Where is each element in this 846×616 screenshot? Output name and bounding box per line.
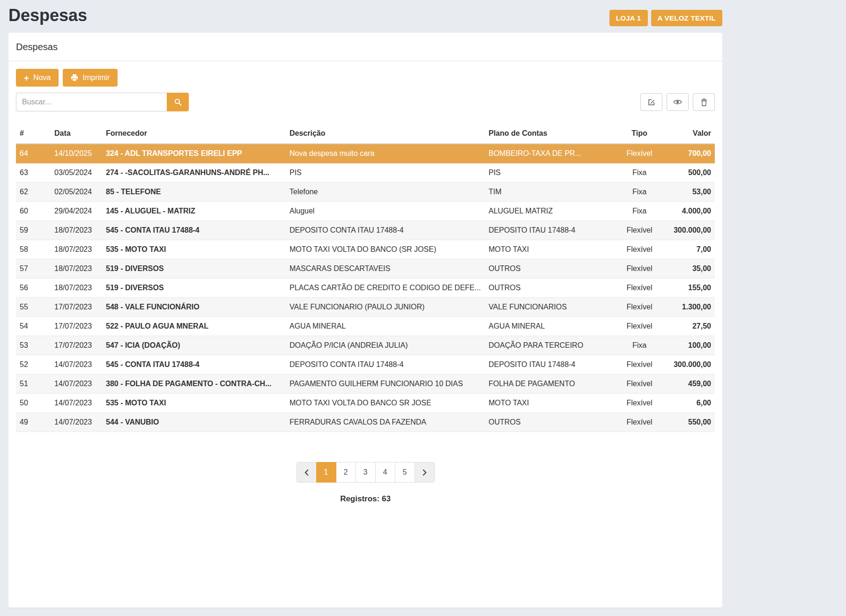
cell-fornecedor: 545 - CONTA ITAU 17488-4 xyxy=(102,221,286,240)
card-title: Despesas xyxy=(8,33,722,61)
cell-plano: OUTROS xyxy=(485,413,611,432)
search-button[interactable] xyxy=(167,93,189,111)
cell-fornecedor: 544 - VANUBIO xyxy=(102,413,286,432)
cell-tipo: Flexível xyxy=(611,298,668,317)
cell-tipo: Fixa xyxy=(611,202,668,221)
cell-id: 60 xyxy=(16,202,51,221)
cell-data: 02/05/2024 xyxy=(51,183,102,202)
cell-valor: 300.000,00 xyxy=(668,221,715,240)
search-row xyxy=(16,93,715,111)
store-button[interactable]: LOJA 1 xyxy=(609,10,648,26)
column-header: # xyxy=(16,124,51,144)
previous-page-button[interactable] xyxy=(297,462,317,483)
delete-button[interactable] xyxy=(693,93,715,111)
nova-button[interactable]: + Nova xyxy=(16,69,59,87)
table-row[interactable]: 6029/04/2024145 - ALUGUEL - MATRIZAlugue… xyxy=(16,202,715,221)
next-page-button[interactable] xyxy=(415,462,435,483)
chevron-right-icon xyxy=(423,469,427,476)
table-row[interactable]: 4914/07/2023544 - VANUBIOFERRADURAS CAVA… xyxy=(16,413,715,432)
cell-valor: 550,00 xyxy=(668,413,715,432)
cell-fornecedor: 324 - ADL TRANSPORTES EIRELI EPP xyxy=(102,144,286,163)
cell-fornecedor: 519 - DIVERSOS xyxy=(102,259,286,279)
cell-fornecedor: 519 - DIVERSOS xyxy=(102,279,286,298)
cell-plano: AGUA MINERAL xyxy=(485,317,611,336)
table-row[interactable]: 5818/07/2023535 - MOTO TAXIMOTO TAXI VOL… xyxy=(16,240,715,259)
company-button[interactable]: A VELOZ TEXTIL xyxy=(651,10,722,26)
cell-id: 49 xyxy=(16,413,51,432)
table-row[interactable]: 6202/05/202485 - TELEFONETelefoneTIMFixa… xyxy=(16,183,715,202)
cell-descricao: DEPOSITO CONTA ITAU 17488-4 xyxy=(286,221,485,240)
column-header: Valor xyxy=(668,124,715,144)
trash-icon xyxy=(701,98,707,106)
cell-tipo: Fixa xyxy=(611,183,668,202)
cell-data: 18/07/2023 xyxy=(51,221,102,240)
cell-tipo: Fixa xyxy=(611,163,668,183)
table-row[interactable]: 5517/07/2023548 - VALE FUNCIONÁRIOVALE F… xyxy=(16,298,715,317)
cell-fornecedor: 380 - FOLHA DE PAGAMENTO - CONTRA-CH... xyxy=(102,374,286,394)
cell-valor: 700,00 xyxy=(668,144,715,163)
column-header: Descrição xyxy=(286,124,485,144)
page-button[interactable]: 3 xyxy=(356,462,376,483)
cell-valor: 6,00 xyxy=(668,394,715,413)
edit-button[interactable] xyxy=(640,93,662,111)
table-row[interactable]: 5417/07/2023522 - PAULO AGUA MNERALAGUA … xyxy=(16,317,715,336)
cell-id: 51 xyxy=(16,374,51,394)
cell-valor: 4.000,00 xyxy=(668,202,715,221)
imprimir-button[interactable]: Imprimir xyxy=(63,69,118,87)
cell-descricao: Aluguel xyxy=(286,202,485,221)
page-container: Despesas LOJA 1 A VELOZ TEXTIL Despesas … xyxy=(8,0,722,616)
cell-data: 17/07/2023 xyxy=(51,317,102,336)
page-button[interactable]: 5 xyxy=(395,462,415,483)
cell-id: 54 xyxy=(16,317,51,336)
table-row[interactable]: 5618/07/2023519 - DIVERSOSPLACAS CARTÃO … xyxy=(16,279,715,298)
imprimir-button-label: Imprimir xyxy=(82,73,110,82)
cell-fornecedor: 545 - CONTA ITAU 17488-4 xyxy=(102,355,286,374)
printer-icon xyxy=(71,74,78,81)
cell-descricao: DOAÇÃO P/ICIA (ANDREIA JULIA) xyxy=(286,336,485,355)
cell-fornecedor: 274 - -SACOLITAS-GARANHUNS-ANDRÉ PH... xyxy=(102,163,286,183)
page-button[interactable]: 2 xyxy=(336,462,356,483)
table-row[interactable]: 5014/07/2023535 - MOTO TAXIMOTO TAXI VOL… xyxy=(16,394,715,413)
cell-descricao: PIS xyxy=(286,163,485,183)
page-button[interactable]: 1 xyxy=(316,462,336,483)
cell-data: 17/07/2023 xyxy=(51,336,102,355)
cell-tipo: Flexível xyxy=(611,221,668,240)
cell-plano: BOMBEIRO-TAXA DE PR... xyxy=(485,144,611,163)
cell-id: 52 xyxy=(16,355,51,374)
cell-fornecedor: 548 - VALE FUNCIONÁRIO xyxy=(102,298,286,317)
page-button[interactable]: 4 xyxy=(375,462,395,483)
plus-icon: + xyxy=(24,73,29,82)
search-input[interactable] xyxy=(16,93,167,111)
cell-data: 14/07/2023 xyxy=(51,394,102,413)
card-body: + Nova Imprimir xyxy=(8,61,722,511)
cell-data: 17/07/2023 xyxy=(51,298,102,317)
cell-id: 53 xyxy=(16,336,51,355)
cell-valor: 500,00 xyxy=(668,163,715,183)
cell-descricao: PAGAMENTO GUILHERM FUNCIONARIO 10 DIAS xyxy=(286,374,485,394)
cell-valor: 155,00 xyxy=(668,279,715,298)
cell-id: 50 xyxy=(16,394,51,413)
topbar: Despesas LOJA 1 A VELOZ TEXTIL xyxy=(8,0,722,33)
table-row[interactable]: 5718/07/2023519 - DIVERSOSMASCARAS DESCA… xyxy=(16,259,715,279)
cell-tipo: Flexível xyxy=(611,317,668,336)
cell-plano: ALUGUEL MATRIZ xyxy=(485,202,611,221)
cell-plano: VALE FUNCIONARIOS xyxy=(485,298,611,317)
table-row[interactable]: 6414/10/2025324 - ADL TRANSPORTES EIRELI… xyxy=(16,144,715,163)
cell-id: 63 xyxy=(16,163,51,183)
row-action-buttons xyxy=(640,93,715,111)
cell-tipo: Flexível xyxy=(611,413,668,432)
cell-fornecedor: 85 - TELEFONE xyxy=(102,183,286,202)
table-row[interactable]: 6303/05/2024274 - -SACOLITAS-GARANHUNS-A… xyxy=(16,163,715,183)
cell-plano: MOTO TAXI xyxy=(485,394,611,413)
cell-data: 29/04/2024 xyxy=(51,202,102,221)
table-row[interactable]: 5214/07/2023545 - CONTA ITAU 17488-4DEPO… xyxy=(16,355,715,374)
cell-id: 56 xyxy=(16,279,51,298)
chevron-left-icon xyxy=(304,469,309,476)
topbar-buttons: LOJA 1 A VELOZ TEXTIL xyxy=(609,6,722,26)
table-row[interactable]: 5317/07/2023547 - ICIA (DOAÇÃO)DOAÇÃO P/… xyxy=(16,336,715,355)
cell-tipo: Flexível xyxy=(611,355,668,374)
view-button[interactable] xyxy=(667,93,689,111)
table-row[interactable]: 5114/07/2023380 - FOLHA DE PAGAMENTO - C… xyxy=(16,374,715,394)
cell-fornecedor: 535 - MOTO TAXI xyxy=(102,394,286,413)
table-row[interactable]: 5918/07/2023545 - CONTA ITAU 17488-4DEPO… xyxy=(16,221,715,240)
